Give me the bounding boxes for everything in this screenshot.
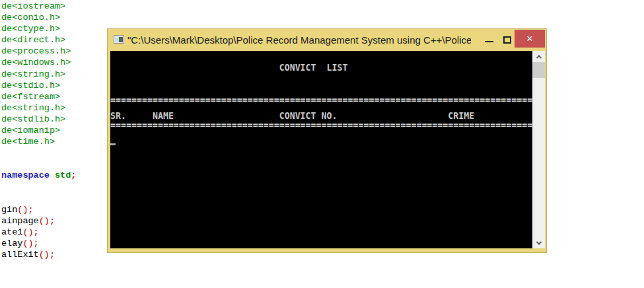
close-icon: ✕ bbox=[526, 34, 534, 44]
call-name: elay bbox=[1, 238, 22, 248]
icon-pane-dark bbox=[119, 37, 123, 42]
call-punct: (); bbox=[22, 238, 38, 248]
console-output[interactable]: CONVICT LIST ===========================… bbox=[110, 51, 532, 248]
console-cursor bbox=[110, 143, 116, 145]
code-editor[interactable]: de<iostream> de<conio.h> de<ctype.h> de<… bbox=[1, 1, 107, 260]
minimize-icon bbox=[485, 41, 493, 42]
include-line: de<stdlib.h> bbox=[1, 114, 107, 125]
console-scrollbar[interactable] bbox=[532, 51, 545, 248]
console-window-icon bbox=[114, 35, 124, 44]
include-line: de<iostream> bbox=[1, 1, 107, 12]
console-table-header: SR. NAME CONVICT NO. CRIME bbox=[110, 111, 532, 121]
call-name: ate1 bbox=[1, 227, 22, 237]
call-line: ainpage(); bbox=[1, 215, 107, 227]
blank-line bbox=[1, 193, 107, 204]
call-punct: (); bbox=[22, 227, 38, 237]
call-punct: (); bbox=[17, 205, 33, 215]
include-line: de<windows.h> bbox=[1, 57, 107, 68]
include-line: de<iomanip> bbox=[1, 125, 107, 136]
blank-line bbox=[1, 147, 107, 159]
call-name: ainpage bbox=[1, 216, 39, 226]
call-line: allExit(); bbox=[1, 249, 107, 260]
include-line: de<direct.h> bbox=[1, 34, 107, 46]
scroll-down-button[interactable] bbox=[532, 237, 545, 248]
chevron-down-icon bbox=[536, 239, 541, 244]
blank-line bbox=[1, 159, 107, 170]
namespace-line: namespace std; bbox=[1, 170, 107, 181]
console-list-title: CONVICT LIST bbox=[110, 63, 532, 73]
call-name: allExit bbox=[1, 250, 39, 260]
include-line: de<time.h> bbox=[1, 136, 107, 147]
console-separator: ========================================… bbox=[110, 120, 532, 130]
close-button[interactable]: ✕ bbox=[515, 30, 545, 48]
minimize-button[interactable] bbox=[482, 29, 497, 49]
include-line: de<string.h> bbox=[1, 69, 107, 80]
call-line: gin(); bbox=[1, 204, 107, 215]
scroll-up-button[interactable] bbox=[532, 51, 545, 62]
call-name: gin bbox=[1, 205, 17, 215]
include-line: de<fstream> bbox=[1, 91, 107, 102]
maximize-button[interactable] bbox=[501, 29, 515, 49]
namespace-name: std bbox=[55, 170, 71, 180]
include-line: de<conio.h> bbox=[1, 12, 107, 23]
scrollbar-thumb[interactable] bbox=[532, 62, 545, 78]
call-punct: (); bbox=[39, 250, 55, 260]
window-titlebar[interactable]: "C:\Users\Mark\Desktop\Police Record Man… bbox=[108, 29, 546, 51]
include-line: de<process.h> bbox=[1, 46, 107, 57]
call-punct: (); bbox=[39, 216, 55, 226]
namespace-keyword: namespace bbox=[1, 170, 55, 180]
window-title: "C:\Users\Mark\Desktop\Police Record Man… bbox=[127, 29, 471, 51]
include-line: de<string.h> bbox=[1, 102, 107, 114]
chevron-up-icon bbox=[536, 55, 541, 60]
blank-line bbox=[1, 182, 107, 193]
call-line: elay(); bbox=[1, 238, 107, 249]
console-separator: ========================================… bbox=[110, 95, 532, 105]
include-line: de<ctype.h> bbox=[1, 23, 107, 34]
namespace-punct: ; bbox=[71, 170, 76, 180]
call-line: ate1(); bbox=[1, 227, 107, 238]
maximize-icon bbox=[503, 36, 511, 44]
desktop: de<iostream> de<conio.h> de<ctype.h> de<… bbox=[0, 0, 644, 288]
console-window: "C:\Users\Mark\Desktop\Police Record Man… bbox=[107, 28, 547, 253]
include-line: de<stdio.h> bbox=[1, 80, 107, 91]
